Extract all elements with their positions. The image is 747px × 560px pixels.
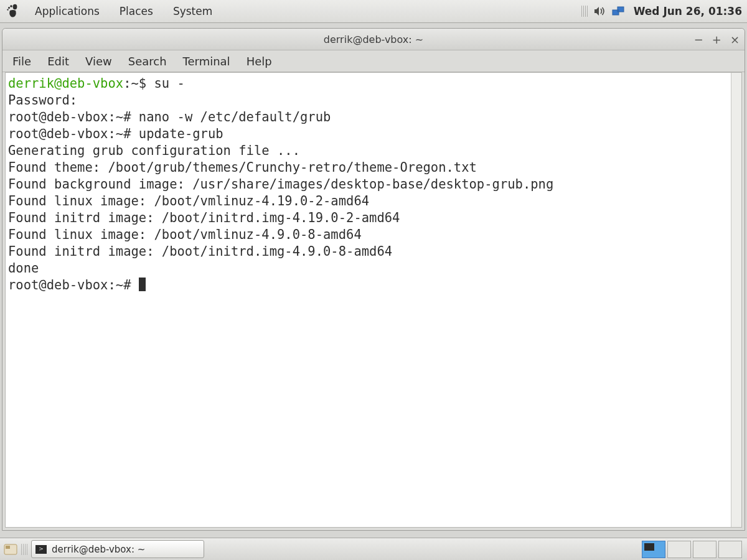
cmd-su: su - [154, 76, 185, 91]
svg-point-0 [13, 4, 17, 9]
close-button[interactable]: × [730, 33, 740, 46]
maximize-button[interactable]: + [712, 33, 721, 46]
terminal-body: derrik@deb-vbox:~$ su - Password: root@d… [5, 72, 742, 528]
tray-separator-icon [581, 6, 588, 17]
root-prompt-3: root@deb-vbox:~# [8, 278, 139, 292]
clock[interactable]: Wed Jun 26, 01:36 [631, 5, 742, 17]
out-done: done [8, 261, 39, 276]
svg-point-1 [10, 5, 12, 7]
terminal-scrollbar[interactable] [731, 73, 741, 527]
terminal-output[interactable]: derrik@deb-vbox:~$ su - Password: root@d… [6, 73, 731, 527]
workspace-1[interactable] [642, 541, 665, 558]
menu-view[interactable]: View [84, 54, 113, 69]
window-titlebar[interactable]: derrik@deb-vbox: ~ − + × [2, 29, 745, 50]
svg-rect-9 [6, 546, 10, 549]
window-title: derrik@deb-vbox: ~ [2, 34, 745, 45]
menu-search[interactable]: Search [127, 54, 168, 69]
root-prompt-1: root@deb-vbox:~# [8, 110, 139, 124]
terminal-icon [35, 545, 47, 554]
taskbar-label: derrik@deb-vbox: ~ [52, 544, 145, 555]
out-initrd-2: Found initrd image: /boot/initrd.img-4.9… [8, 244, 392, 259]
svg-point-2 [8, 7, 10, 9]
panel-separator-icon [21, 544, 27, 555]
window-controls: − + × [694, 29, 740, 50]
top-panel: Applications Places System Wed Jun 26, 0… [0, 0, 747, 23]
out-theme: Found theme: /boot/grub/themes/Crunchy-r… [8, 160, 477, 175]
cmd-update-grub: update-grub [139, 126, 223, 141]
terminal-window: derrik@deb-vbox: ~ − + × File Edit View … [2, 28, 745, 531]
menu-help[interactable]: Help [245, 54, 273, 69]
cmd-nano: nano -w /etc/default/grub [139, 110, 331, 124]
root-prompt-2: root@deb-vbox:~# [8, 126, 139, 141]
prompt-sep: : [123, 76, 131, 91]
applications-menu[interactable]: Applications [25, 0, 110, 22]
text-cursor [139, 278, 146, 291]
workspace-2[interactable] [667, 541, 691, 558]
network-icon[interactable] [611, 5, 626, 17]
gnome-foot-icon[interactable] [4, 2, 21, 20]
bottom-panel: derrik@deb-vbox: ~ [0, 538, 747, 560]
menu-edit[interactable]: Edit [46, 54, 70, 69]
out-background: Found background image: /usr/share/image… [8, 177, 553, 192]
desktop: derrik@deb-vbox: ~ − + × File Edit View … [0, 23, 747, 538]
menu-terminal[interactable]: Terminal [182, 54, 232, 69]
taskbar-terminal-button[interactable]: derrik@deb-vbox: ~ [31, 540, 204, 558]
out-linux-1: Found linux image: /boot/vmlinuz-4.19.0-… [8, 194, 369, 208]
system-menu[interactable]: System [163, 0, 222, 22]
out-linux-2: Found linux image: /boot/vmlinuz-4.9.0-8… [8, 227, 362, 242]
workspace-switcher [642, 541, 742, 558]
prompt-user: derrik@deb-vbox [8, 76, 123, 91]
system-tray: Wed Jun 26, 01:36 [581, 5, 743, 17]
menu-file[interactable]: File [11, 54, 32, 69]
places-menu[interactable]: Places [110, 0, 163, 22]
out-initrd-1: Found initrd image: /boot/initrd.img-4.1… [8, 210, 400, 225]
line-password: Password: [8, 93, 77, 108]
workspace-3[interactable] [693, 541, 716, 558]
out-generating: Generating grub configuration file ... [8, 143, 300, 158]
terminal-menubar: File Edit View Search Terminal Help [2, 50, 745, 72]
minimize-button[interactable]: − [694, 33, 703, 46]
workspace-4[interactable] [718, 541, 742, 558]
volume-icon[interactable] [593, 5, 606, 17]
show-desktop-button[interactable] [2, 541, 19, 558]
svg-point-3 [7, 9, 8, 10]
prompt-path: ~$ [131, 76, 154, 91]
